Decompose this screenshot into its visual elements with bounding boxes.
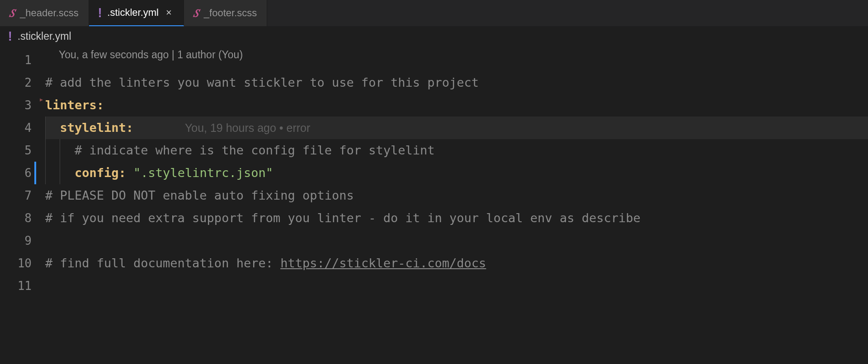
breadcrumb-file: .stickler.yml bbox=[18, 30, 71, 42]
yaml-key: linters: bbox=[45, 98, 104, 112]
comment-text: # find full documentation here: bbox=[45, 256, 280, 270]
line-number: 4 bbox=[0, 117, 32, 139]
yaml-string: ".stylelintrc.json" bbox=[133, 166, 273, 180]
code-line: stylelint: You, 19 hours ago • error bbox=[45, 117, 868, 139]
breadcrumb[interactable]: ! .stickler.yml bbox=[0, 26, 868, 46]
yml-icon: ! bbox=[8, 30, 12, 43]
tab-bar: 𝑆 _header.scss ! .stickler.yml × 𝑆 _foot… bbox=[0, 0, 868, 26]
code-line bbox=[45, 229, 868, 252]
code-line bbox=[45, 297, 868, 320]
inline-blame: You, 19 hours ago • error bbox=[185, 121, 310, 134]
code-line: # if you need extra support from you lin… bbox=[45, 207, 868, 229]
tab-stickler-yml[interactable]: ! .stickler.yml × bbox=[89, 0, 184, 26]
tab-label: _footer.scss bbox=[204, 7, 257, 19]
code-line: # PLEASE DO NOT enable auto fixing optio… bbox=[45, 184, 868, 207]
fold-marker-icon[interactable]: ▸ bbox=[40, 96, 43, 103]
line-number: 3 bbox=[0, 94, 32, 117]
comment-text: # if you need extra support from you lin… bbox=[45, 211, 641, 225]
tab-footer-scss[interactable]: 𝑆 _footer.scss bbox=[184, 0, 267, 26]
editor[interactable]: 1 2 3 4 5 6 7 8 9 10 11 ▸ You, a few sec… bbox=[0, 46, 868, 320]
line-number: 1 bbox=[0, 49, 32, 71]
scss-icon: 𝑆 bbox=[193, 8, 198, 19]
line-number: 6 bbox=[0, 162, 32, 184]
code-line: # indicate where is the config file for … bbox=[45, 139, 868, 162]
tab-header-scss[interactable]: 𝑆 _header.scss bbox=[0, 0, 89, 26]
line-gutter: 1 2 3 4 5 6 7 8 9 10 11 bbox=[0, 46, 45, 320]
line-number: 9 bbox=[0, 229, 32, 252]
comment-text: # add the linters you want stickler to u… bbox=[45, 75, 479, 89]
code-area[interactable]: # add the linters you want stickler to u… bbox=[45, 46, 868, 320]
code-line: config: ".stylelintrc.json" bbox=[45, 162, 868, 184]
tab-label: _header.scss bbox=[20, 7, 79, 19]
line-number: 11 bbox=[0, 275, 32, 297]
tab-label: .stickler.yml bbox=[107, 7, 159, 19]
comment-text: # indicate where is the config file for … bbox=[75, 143, 435, 157]
yaml-key: config: bbox=[75, 166, 126, 180]
code-line: linters: bbox=[45, 94, 868, 117]
modified-indicator bbox=[34, 162, 36, 184]
scss-icon: 𝑆 bbox=[9, 8, 14, 19]
line-number: 8 bbox=[0, 207, 32, 229]
doc-link[interactable]: https://stickler-ci.com/docs bbox=[280, 256, 486, 270]
code-line: # find full documentation here: https://… bbox=[45, 252, 868, 275]
line-number: 2 bbox=[0, 71, 32, 94]
line-number: 7 bbox=[0, 184, 32, 207]
close-icon[interactable]: × bbox=[164, 7, 174, 19]
line-number: 10 bbox=[0, 252, 32, 275]
yaml-key: stylelint: bbox=[60, 121, 134, 135]
comment-text: # PLEASE DO NOT enable auto fixing optio… bbox=[45, 188, 354, 202]
line-number: 5 bbox=[0, 139, 32, 162]
yml-icon: ! bbox=[98, 6, 102, 19]
code-line: # add the linters you want stickler to u… bbox=[45, 71, 868, 94]
code-line bbox=[45, 275, 868, 297]
